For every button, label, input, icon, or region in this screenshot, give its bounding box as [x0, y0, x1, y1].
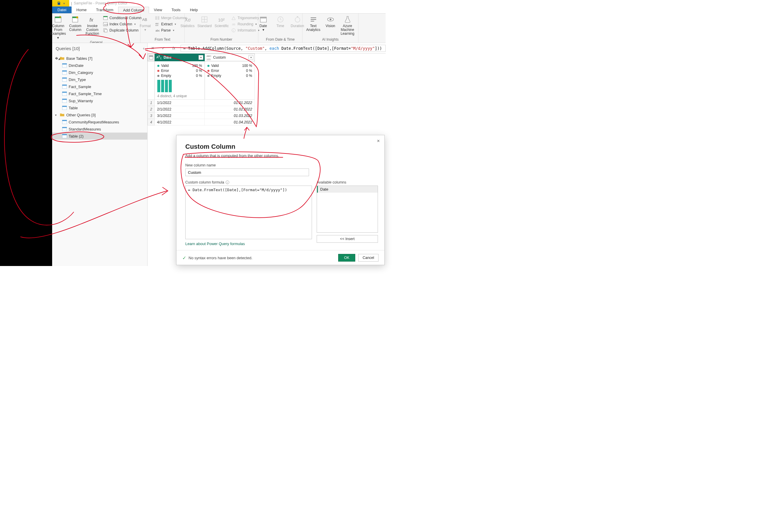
type-text-icon: ABC: [157, 55, 162, 60]
insert-button[interactable]: << Insert: [317, 235, 378, 243]
table-row[interactable]: 3 3/1/2022 01.03.2022: [148, 113, 260, 119]
svg-rect-13: [155, 16, 157, 20]
query-item-fact-sample[interactable]: Fact_Sample: [52, 83, 147, 90]
eye-icon: [326, 15, 335, 24]
index-icon: 123: [103, 22, 108, 26]
table-row[interactable]: 4 4/1/2022 01.04.2022: [148, 119, 260, 125]
folder-other-queries[interactable]: ▾ Other Queries [3]: [52, 111, 147, 119]
svg-text:abc: abc: [156, 29, 160, 32]
svg-rect-27: [260, 17, 266, 19]
formula-editor[interactable]: = Date.FromText([Date],[Format="M/d/yyyy…: [185, 186, 312, 239]
ten-icon: 10²: [217, 15, 226, 24]
format-icon: AB: [141, 15, 149, 24]
available-columns-label: Available columns: [317, 180, 378, 184]
table-icon: [62, 77, 67, 81]
svg-rect-54: [149, 56, 153, 57]
conditional-icon: [103, 16, 108, 20]
info-icon[interactable]: i: [225, 180, 229, 184]
type-any-icon: ABC123: [207, 54, 211, 61]
query-item-fact-sample-time[interactable]: Fact_Sample_Time: [52, 90, 147, 97]
extract-icon: ABC123: [155, 22, 160, 26]
query-item-dim-type[interactable]: Dim_Type: [52, 76, 147, 83]
format-button[interactable]: AB Format▾: [137, 15, 154, 32]
merge-icon: [155, 16, 160, 20]
new-column-name-input[interactable]: [185, 169, 309, 176]
close-icon[interactable]: ✕: [375, 138, 381, 144]
learn-link[interactable]: Learn about Power Query formulas: [185, 242, 312, 246]
svg-text:fx: fx: [90, 17, 94, 23]
quality-col-date: Valid100 % Error0 % Empty0 % 4 distinct,…: [155, 61, 205, 100]
function-icon: fx: [88, 15, 96, 24]
data-grid: ABC Date ▾ ABC123 Custom ▾ Valid100 % Er…: [148, 54, 260, 125]
standard-button[interactable]: Standard: [196, 15, 213, 28]
ok-button[interactable]: OK: [338, 254, 355, 262]
svg-rect-42: [62, 92, 67, 93]
svg-text:i: i: [227, 181, 227, 184]
folder-base-tables[interactable]: �◢ Base Tables [7]: [52, 55, 147, 62]
table-add-icon: [54, 15, 62, 24]
date-button[interactable]: Date▾: [255, 15, 272, 32]
custom-column-button[interactable]: Custom Column: [67, 15, 84, 32]
select-all-corner[interactable]: [148, 54, 155, 61]
info-icon: i: [231, 28, 236, 33]
column-filter-dropdown[interactable]: ▾: [249, 55, 253, 60]
parse-icon: abc: [155, 28, 160, 33]
query-item-standard-measures[interactable]: StandardMeasures: [52, 125, 147, 132]
available-column-item[interactable]: Date: [317, 186, 378, 193]
query-item-dimdate[interactable]: DimDate: [52, 62, 147, 69]
table-icon: [62, 84, 67, 89]
scientific-button[interactable]: 10²Scientific: [213, 15, 230, 28]
svg-point-29: [295, 17, 300, 22]
svg-line-62: [247, 127, 249, 130]
text-analytics-button[interactable]: Text Analytics: [305, 15, 322, 32]
group-label-ai: AI Insights: [304, 37, 356, 43]
query-item-table-2[interactable]: Table (2): [52, 132, 147, 140]
query-item-community[interactable]: CommunityRequestMeasures: [52, 119, 147, 125]
tab-help[interactable]: Help: [185, 7, 203, 13]
tab-transform[interactable]: Transform: [91, 7, 118, 13]
tab-home[interactable]: Home: [71, 7, 91, 13]
column-header-custom[interactable]: ABC123 Custom ▾: [205, 54, 255, 61]
table-row[interactable]: 2 2/1/2022 01.02.2022: [148, 106, 260, 113]
svg-rect-38: [62, 77, 67, 79]
accept-formula-button[interactable]: ✓: [159, 44, 167, 52]
table-icon: [62, 99, 67, 103]
formula-input[interactable]: = Table.AddColumn(Source, "Custom", each…: [181, 45, 386, 52]
dialog-description: Add a column that is computed from the o…: [185, 154, 376, 158]
time-button[interactable]: Time: [272, 15, 289, 28]
column-header-date[interactable]: ABC Date ▾: [155, 54, 205, 61]
column-from-examples-button[interactable]: Column From Examples▾: [50, 15, 67, 40]
qat-dropdown-icon[interactable]: ▾: [63, 2, 65, 5]
collapse-pane-icon[interactable]: ‹: [143, 46, 144, 51]
svg-rect-30: [297, 17, 298, 17]
fx-icon[interactable]: fx: [170, 44, 178, 52]
tab-file[interactable]: Datei: [52, 7, 71, 13]
table-icon: [62, 92, 67, 96]
table-icon: [62, 71, 67, 74]
svg-rect-11: [105, 29, 107, 32]
vision-button[interactable]: Vision: [322, 15, 339, 28]
window-title: SampleFile - Power Query Editor: [73, 1, 127, 5]
azure-ml-button[interactable]: Azure Machine Learning: [339, 15, 356, 36]
save-icon[interactable]: [57, 1, 61, 5]
table-row[interactable]: 1 1/1/2022 01.01.2022: [148, 100, 260, 106]
chevron-down-icon: ▾: [55, 114, 58, 117]
tab-add-column[interactable]: Add Column: [118, 7, 149, 14]
query-item-table[interactable]: Table: [52, 104, 147, 111]
invoke-custom-function-button[interactable]: fx Invoke Custom Function: [84, 15, 101, 36]
column-filter-dropdown[interactable]: ▾: [199, 55, 203, 60]
available-columns-list[interactable]: Date: [317, 186, 378, 233]
calendar-icon: [259, 15, 267, 24]
svg-rect-48: [62, 120, 67, 121]
cancel-button[interactable]: Cancel: [358, 254, 379, 262]
cancel-formula-button[interactable]: ✕: [149, 44, 157, 52]
query-item-sup-warranty[interactable]: Sup_Warranty: [52, 97, 147, 104]
statistics-button[interactable]: XσStatistics: [179, 15, 196, 28]
tab-view[interactable]: View: [149, 7, 167, 13]
tab-tools[interactable]: Tools: [167, 7, 185, 13]
svg-text:10²: 10²: [218, 17, 225, 23]
query-item-dim-category[interactable]: Dim_Category: [52, 69, 147, 76]
triangle-icon: [231, 16, 236, 20]
group-label-from-datetime: From Date & Time: [260, 37, 301, 43]
svg-line-63: [163, 187, 168, 191]
